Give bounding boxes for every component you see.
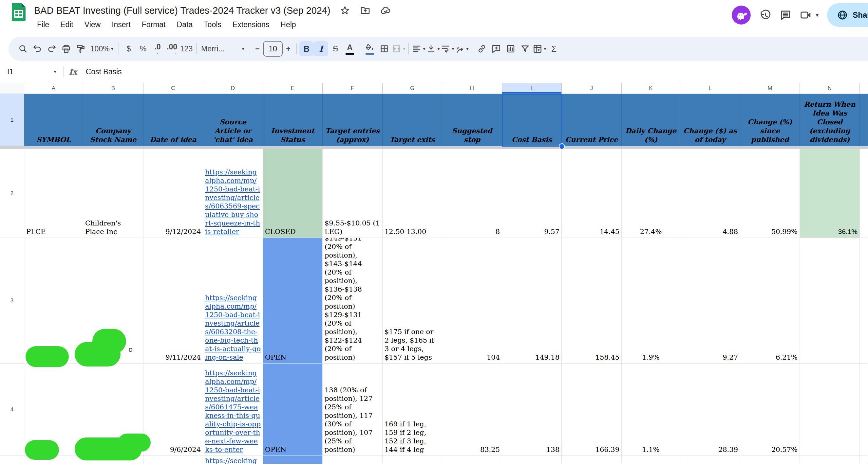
print-icon[interactable] (59, 41, 73, 56)
camera-dropdown-caret[interactable]: ▾ (815, 11, 818, 19)
move-to-folder-icon[interactable] (359, 5, 371, 16)
column-header-N[interactable]: N (800, 83, 860, 94)
cell-F5[interactable] (322, 456, 382, 464)
cell-K3[interactable]: 1.9% (622, 238, 680, 364)
cell-G4[interactable]: 169 if 1 leg, 159 if 2 leg, 152 if 3 leg… (382, 364, 442, 456)
document-title[interactable]: BAD BEAT Investing (Full service) Trades… (34, 5, 331, 16)
insert-chart-icon[interactable] (503, 41, 518, 56)
cell-N1[interactable]: Return When Idea Was Closed (excluding d… (800, 94, 860, 146)
cell-K4[interactable]: 1.1% (622, 364, 680, 456)
format-currency-button[interactable]: $ (122, 41, 136, 56)
text-rotation-button[interactable]: A▾ (455, 41, 469, 56)
cell-L4[interactable]: 28.39 (680, 364, 740, 456)
vertical-align-button[interactable]: ▾ (426, 41, 440, 56)
column-header-M[interactable]: M (740, 83, 800, 94)
create-filter-icon[interactable] (518, 41, 532, 56)
increase-decimal-button[interactable]: .00→ (165, 41, 179, 56)
cell-L3[interactable]: 9.27 (680, 238, 740, 364)
italic-button[interactable]: I (314, 41, 328, 56)
cell-J5[interactable] (562, 456, 622, 464)
cell-C3[interactable]: 9/11/2024 (144, 238, 203, 364)
row-header-partial[interactable] (0, 456, 24, 464)
menu-item-edit[interactable]: Edit (56, 18, 78, 31)
menu-item-data[interactable]: Data (173, 18, 197, 31)
row-header-1[interactable]: 1 (0, 94, 24, 146)
comments-icon[interactable] (780, 9, 792, 21)
menu-item-insert[interactable]: Insert (107, 18, 135, 31)
column-header-C[interactable]: C (144, 83, 203, 94)
cell-H5[interactable] (442, 456, 502, 464)
cell-I1[interactable]: Cost Basis (502, 94, 562, 146)
column-header-E[interactable]: E (263, 83, 322, 94)
column-header-B[interactable]: B (83, 83, 144, 94)
cell-J1[interactable]: Current Price (562, 94, 622, 146)
cell-link[interactable]: https://seekingalpha.com/mp/1250-bad-bea… (205, 294, 261, 362)
cell-M1[interactable]: Change (%) since published (740, 94, 800, 146)
cell-H4[interactable]: 83.25 (442, 364, 502, 456)
cell-F1[interactable]: Target entries (approx) (322, 94, 382, 146)
cell-I2[interactable]: 9.57 (502, 149, 562, 238)
column-header-L[interactable]: L (680, 83, 740, 94)
undo-icon[interactable] (30, 41, 44, 56)
insert-link-icon[interactable] (475, 41, 489, 56)
cell-D4[interactable]: https://seekingalpha.com/mp/1250-bad-bea… (203, 364, 263, 456)
cell-O2[interactable] (860, 149, 868, 238)
decrease-decimal-button[interactable]: .0← (150, 41, 165, 56)
font-size-input[interactable]: 10 (263, 41, 283, 57)
frozen-row-divider[interactable] (0, 146, 868, 149)
sheets-logo-icon[interactable] (10, 3, 28, 22)
cloud-saved-icon[interactable] (380, 5, 392, 16)
cell-N4[interactable] (800, 364, 860, 456)
column-header-O[interactable] (860, 83, 868, 94)
cell-G3[interactable]: $175 if one or 2 legs, $165 if 3 or 4 le… (382, 238, 442, 364)
cell-L1[interactable]: Change ($) as of today (680, 94, 740, 146)
cell-I5[interactable] (502, 456, 562, 464)
menu-item-format[interactable]: Format (137, 18, 170, 31)
cell-link[interactable]: https://seeking (205, 457, 257, 464)
cell-K1[interactable]: Daily Change (%) (622, 94, 680, 146)
cell-E3[interactable]: OPEN (263, 238, 322, 364)
borders-button[interactable] (377, 41, 392, 56)
fill-color-button[interactable] (363, 41, 377, 56)
cell-C5[interactable] (144, 456, 203, 464)
cell-F3[interactable]: $149-$151 (20% of position), $143-$144 (… (322, 238, 382, 364)
cell-L5[interactable] (680, 456, 740, 464)
menu-item-view[interactable]: View (80, 18, 105, 31)
column-header-I[interactable]: I (502, 83, 562, 94)
name-box[interactable]: I1▾ (0, 67, 56, 76)
menu-item-file[interactable]: File (33, 18, 53, 31)
cell-H2[interactable]: 8 (442, 149, 502, 238)
cell-M4[interactable]: 20.57% (740, 364, 800, 456)
cell-B2[interactable]: Children's Place Inc (83, 149, 144, 238)
cell-M3[interactable]: 6.21% (740, 238, 800, 364)
merge-cells-button[interactable]: ▾ (392, 41, 406, 56)
cell-A1[interactable]: SYMBOL (24, 94, 83, 146)
menu-item-tools[interactable]: Tools (199, 18, 226, 31)
bold-button[interactable]: B (299, 41, 314, 56)
cell-C4[interactable]: 9/6/2024 (144, 364, 203, 456)
cell-L2[interactable]: 4.88 (680, 149, 740, 238)
cell-J4[interactable]: 166.39 (562, 364, 622, 456)
zoom-select[interactable]: 100%▾ (88, 41, 116, 56)
font-select[interactable]: Merri...▾ (199, 41, 246, 56)
cell-link[interactable]: https://seekingalpha.com/mp/1250-bad-bea… (205, 369, 261, 454)
cell-K2[interactable]: 27.4% (622, 149, 680, 238)
user-avatar[interactable] (732, 6, 751, 25)
cell-D5[interactable]: https://seeking (203, 456, 263, 464)
cell-H3[interactable]: 104 (442, 238, 502, 364)
row-header-3[interactable]: 3 (0, 238, 24, 364)
fill-handle[interactable] (559, 143, 565, 150)
cell-N5[interactable] (800, 456, 860, 464)
cell-E4[interactable]: OPEN (263, 364, 322, 456)
column-header-K[interactable]: K (622, 83, 680, 94)
text-wrapping-button[interactable]: ▾ (440, 41, 455, 56)
cell-G5[interactable] (382, 456, 442, 464)
redo-icon[interactable] (44, 41, 59, 56)
cell-F2[interactable]: $9.55-$10.05 (1 LEG) (322, 149, 382, 238)
cell-link[interactable]: https://seekingalpha.com/mp/1250-bad-bea… (205, 168, 261, 236)
cell-C2[interactable]: 9/12/2024 (144, 149, 203, 238)
cell-O4[interactable] (860, 364, 868, 456)
cell-A2[interactable]: PLCE (24, 149, 83, 238)
version-history-icon[interactable] (759, 9, 771, 21)
cell-F4[interactable]: 138 (20% of position), 127 (25% of posit… (322, 364, 382, 456)
